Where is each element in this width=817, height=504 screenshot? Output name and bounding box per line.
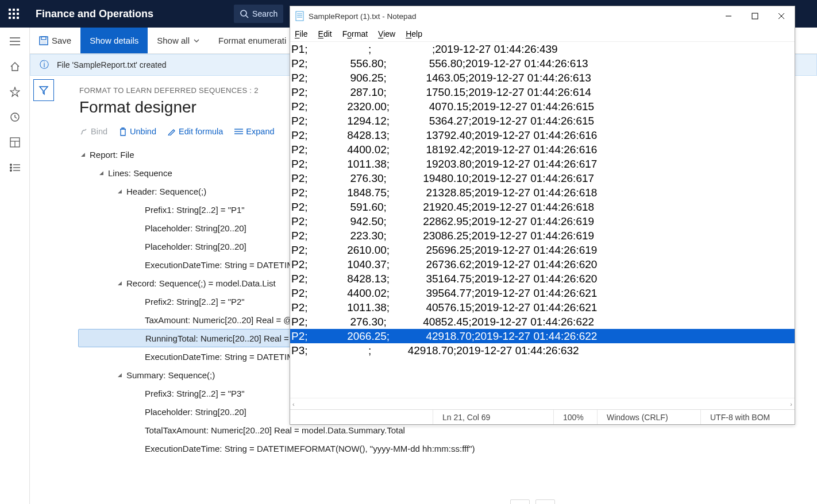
chevron-down-icon: [193, 37, 200, 44]
text-line: P2; 1011.38; 40576.15;2019-12-27 01:44:2…: [290, 300, 795, 315]
tree-node-label: ExecutionDateTime: String = DATETIMEF: [145, 352, 305, 361]
apps-launcher-button[interactable]: [0, 0, 28, 28]
home-button[interactable]: [5, 56, 25, 77]
svg-line-10: [246, 15, 248, 18]
format-enum-label: Format enumerati: [218, 36, 286, 45]
notepad-menubar: File Edit Format View Help: [290, 26, 795, 42]
property-panel: Enabled Collected data key name: [510, 499, 809, 504]
menu-edit[interactable]: Edit: [318, 29, 332, 38]
caret-down-icon[interactable]: ◢: [97, 170, 106, 176]
save-icon: [39, 36, 48, 45]
menu-help[interactable]: Help: [406, 29, 422, 38]
text-line: P2; 906.25; 1463.05;2019-12-27 01:44:26:…: [290, 71, 795, 85]
unbind-label: Unbind: [130, 127, 156, 136]
svg-rect-7: [13, 17, 15, 19]
grid-icon: [10, 137, 20, 148]
caret-down-icon[interactable]: ◢: [115, 373, 124, 378]
save-button[interactable]: Save: [30, 28, 80, 53]
text-line: P2; 591.60; 21920.45;2019-12-27 01:44:26…: [290, 200, 795, 214]
text-line: P2; 2610.00; 25696.25;2019-12-27 01:44:2…: [290, 243, 795, 257]
text-line: P2; 4400.02; 39564.77;2019-12-27 01:44:2…: [290, 286, 795, 300]
text-line: P2; 942.50; 22862.95;2019-12-27 01:44:26…: [290, 214, 795, 228]
notepad-textarea[interactable]: P1; ; ;2019-12-27 01:44:26:439P2; 556.80…: [290, 42, 795, 398]
svg-rect-25: [41, 37, 46, 40]
show-all-button[interactable]: Show all: [148, 28, 209, 53]
text-line: P2; 1011.38; 19203.80;2019-12-27 01:44:2…: [290, 157, 795, 171]
bind-button[interactable]: Bind: [79, 127, 107, 136]
svg-rect-8: [17, 17, 19, 19]
tree-node-label: Prefix3: String[2..2] = "P3": [145, 389, 245, 398]
workspace-button[interactable]: [5, 132, 25, 153]
edit-enabled-button[interactable]: [535, 499, 555, 504]
menu-button[interactable]: [5, 31, 25, 52]
notepad-window: SampleReport (1).txt - Notepad File Edit…: [290, 6, 795, 425]
notepad-titlebar[interactable]: SampleReport (1).txt - Notepad: [290, 6, 795, 26]
svg-rect-3: [9, 13, 11, 15]
text-line: P3; ; 42918.70;2019-12-27 01:44:26:632: [290, 343, 795, 358]
text-line: P2; 1848.75; 21328.85;2019-12-27 01:44:2…: [290, 185, 795, 200]
clock-icon: [10, 112, 20, 122]
tree-node[interactable]: ExecutionDateTime: String = DATETIMEFORM…: [78, 439, 817, 458]
show-all-label: Show all: [157, 36, 190, 45]
expand-button[interactable]: Expand: [234, 127, 274, 136]
pencil-icon: [168, 127, 176, 135]
menu-view[interactable]: View: [378, 29, 395, 38]
svg-point-18: [10, 164, 11, 166]
svg-rect-5: [17, 13, 19, 15]
svg-point-20: [10, 167, 11, 169]
global-search[interactable]: Search: [234, 5, 283, 23]
trash-icon: [119, 127, 127, 136]
edit-formula-button[interactable]: Edit formula: [168, 127, 223, 136]
favorites-button[interactable]: [5, 82, 25, 102]
svg-rect-0: [9, 9, 11, 11]
format-enum-button[interactable]: Format enumerati: [209, 28, 295, 53]
unbind-button[interactable]: Unbind: [119, 127, 156, 136]
delete-enabled-button[interactable]: [510, 499, 530, 504]
status-position: Ln 21, Col 69: [433, 410, 553, 424]
caret-down-icon[interactable]: ◢: [115, 189, 124, 194]
svg-point-9: [241, 10, 246, 16]
recent-button[interactable]: [5, 107, 25, 127]
close-icon: [778, 13, 785, 20]
text-line: P2; 223.30; 23086.25;2019-12-27 01:44:26…: [290, 228, 795, 243]
maximize-icon: [752, 13, 758, 20]
brand-label: Finance and Operations: [28, 8, 176, 20]
maximize-button[interactable]: [742, 7, 768, 25]
expand-icon: [234, 128, 243, 135]
menu-file[interactable]: File: [295, 29, 308, 38]
waffle-icon: [9, 9, 19, 19]
text-line: P2; 276.30; 19480.10;2019-12-27 01:44:26…: [290, 171, 795, 185]
tree-node-label: Report: File: [90, 150, 134, 159]
show-details-button[interactable]: Show details: [80, 28, 148, 53]
edit-formula-label: Edit formula: [179, 127, 223, 136]
svg-rect-35: [752, 13, 758, 19]
svg-rect-26: [41, 41, 46, 44]
notepad-title-text: SampleReport (1).txt - Notepad: [309, 12, 417, 21]
status-bom: UTF-8 with BOM: [700, 410, 795, 424]
tree-node-label: Header: Sequence(;): [126, 187, 206, 196]
text-line: P2; 2320.00; 4070.15;2019-12-27 01:44:26…: [290, 99, 795, 114]
close-button[interactable]: [768, 7, 795, 25]
menu-format[interactable]: Format: [342, 29, 368, 38]
svg-rect-2: [17, 9, 19, 11]
tree-node[interactable]: RunningTotal: Numeric[20..20] Real = SU: [78, 329, 307, 347]
tree-node-label: Placeholder: String[20..20]: [145, 224, 246, 232]
property-enabled-row: Enabled: [510, 499, 809, 504]
home-icon: [10, 61, 20, 72]
bind-label: Bind: [91, 127, 107, 136]
caret-down-icon[interactable]: ◢: [78, 152, 87, 157]
notepad-hscrollbar[interactable]: ‹ ›: [290, 398, 795, 409]
svg-rect-1: [13, 9, 15, 11]
text-line: P2; 556.80; 556.80;2019-12-27 01:44:26:6…: [290, 56, 795, 71]
modules-button[interactable]: [5, 157, 25, 178]
left-nav-rail: [0, 28, 30, 504]
minimize-button[interactable]: [715, 7, 742, 25]
scroll-right-icon: ›: [790, 401, 792, 408]
svg-rect-30: [296, 11, 303, 21]
tree-node-label: ExecutionDateTime: String = DATETIMEFORM…: [145, 444, 475, 453]
star-icon: [10, 87, 20, 97]
svg-point-22: [10, 170, 11, 172]
caret-down-icon[interactable]: ◢: [115, 281, 124, 286]
save-label: Save: [52, 36, 71, 45]
search-placeholder: Search: [252, 9, 278, 18]
